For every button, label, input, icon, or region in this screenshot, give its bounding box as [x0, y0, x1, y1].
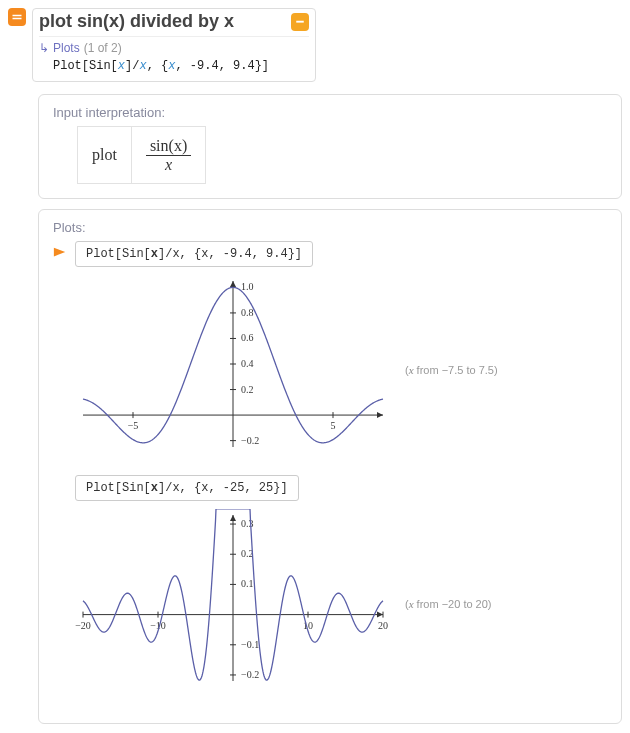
cell-marker-icon[interactable] [8, 8, 26, 26]
input-title: plot sin(x) divided by x [39, 11, 234, 32]
collapse-icon[interactable] [291, 13, 309, 31]
svg-marker-27 [230, 515, 236, 521]
plot-caption: (x from −7.5 to 7.5) [405, 364, 498, 376]
svg-text:0.3: 0.3 [241, 518, 254, 529]
plot-code-box[interactable]: Plot[Sin[x]/x, {x, -25, 25}] [75, 475, 299, 501]
svg-text:0.4: 0.4 [241, 358, 254, 369]
input-box[interactable]: plot sin(x) divided by x ↳ Plots (1 of 2… [32, 8, 316, 82]
svg-text:−0.1: −0.1 [241, 639, 259, 650]
svg-text:−0.2: −0.2 [241, 669, 259, 680]
svg-text:0.2: 0.2 [241, 384, 254, 395]
subtitle-count: (1 of 2) [84, 41, 122, 55]
frac-denominator: x [161, 156, 176, 174]
svg-marker-6 [377, 412, 383, 418]
pod-plots: Plots: Plot[Sin[x]/x, {x, -9.4, 9.4}] −5… [38, 209, 622, 724]
plots-subpod: Plot[Sin[x]/x, {x, -9.4, 9.4}] [53, 241, 607, 267]
svg-rect-2 [296, 20, 304, 22]
output-area: Input interpretation: plot sin(x) x Plot… [38, 94, 622, 724]
svg-text:0.6: 0.6 [241, 333, 254, 344]
plot-caption: (x from −20 to 20) [405, 598, 492, 610]
svg-rect-1 [13, 18, 22, 20]
pod-input-interpretation: Input interpretation: plot sin(x) x [38, 94, 622, 199]
sinc-plot-2: −20−101020−0.2−0.10.10.20.3 [73, 509, 393, 699]
svg-text:−5: −5 [128, 420, 139, 431]
subtitle-label: Plots [53, 41, 80, 55]
input-code: Plot[Sin[x]/x, {x, -9.4, 9.4}] [53, 59, 309, 73]
plot-code-box[interactable]: Plot[Sin[x]/x, {x, -9.4, 9.4}] [75, 241, 313, 267]
svg-marker-7 [230, 281, 236, 287]
svg-rect-0 [13, 15, 22, 17]
svg-text:1.0: 1.0 [241, 282, 254, 293]
svg-marker-3 [54, 248, 65, 257]
svg-text:−20: −20 [75, 620, 91, 631]
svg-text:5: 5 [331, 420, 336, 431]
svg-text:20: 20 [378, 620, 388, 631]
interp-cell-plot: plot [78, 127, 131, 183]
plot-code: Plot[Sin[x]/x, {x, -25, 25}] [86, 481, 288, 495]
svg-text:0.8: 0.8 [241, 307, 254, 318]
input-cell: plot sin(x) divided by x ↳ Plots (1 of 2… [8, 8, 622, 82]
arrow-right-icon: ↳ [39, 41, 49, 55]
pod-title: Input interpretation: [53, 105, 607, 120]
frac-numerator: sin(x) [146, 137, 191, 156]
input-subtitle[interactable]: ↳ Plots (1 of 2) [39, 36, 309, 55]
sinc-plot-1: −55−0.20.20.40.60.81.0 [73, 275, 393, 465]
interpretation-table: plot sin(x) x [77, 126, 206, 184]
interp-cell-frac: sin(x) x [131, 127, 205, 183]
svg-text:0.1: 0.1 [241, 579, 254, 590]
svg-text:−0.2: −0.2 [241, 435, 259, 446]
plot-code: Plot[Sin[x]/x, {x, -9.4, 9.4}] [86, 247, 302, 261]
arrow-right-icon [53, 241, 67, 262]
pod-title: Plots: [53, 220, 607, 235]
plots-subpod: Plot[Sin[x]/x, {x, -25, 25}] [53, 475, 607, 501]
svg-marker-26 [377, 612, 383, 618]
